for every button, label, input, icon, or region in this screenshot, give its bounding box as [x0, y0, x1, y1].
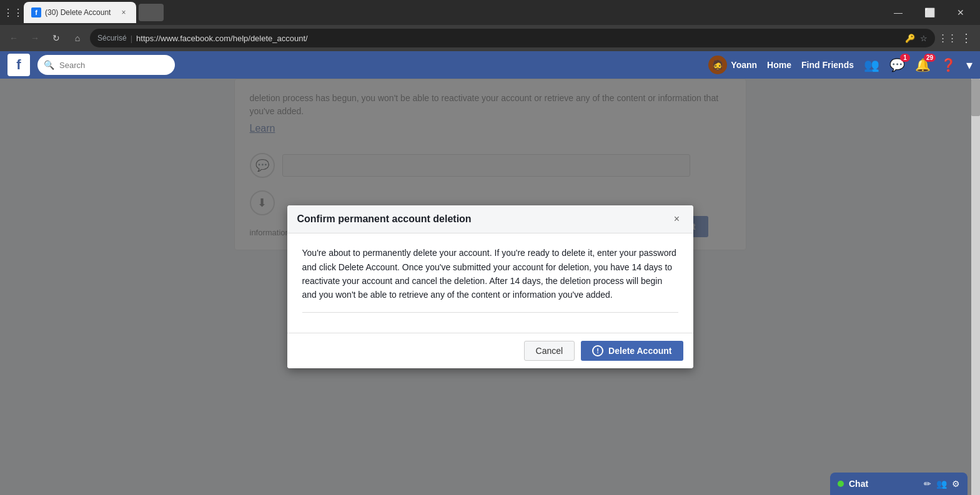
modal-password-area — [302, 312, 678, 320]
account-menu-icon[interactable]: ▾ — [966, 57, 973, 72]
tab-strip: ⋮⋮ f (30) Delete Account × — [5, 2, 879, 23]
url-text: https://www.facebook.com/help/delete_acc… — [136, 34, 308, 43]
modal-delete-button[interactable]: ! Delete Account — [581, 341, 683, 361]
scrollbar-track[interactable] — [971, 79, 980, 495]
question-icon: ❓ — [941, 58, 956, 72]
back-button[interactable]: ← — [5, 29, 22, 47]
username-label: Yoann — [731, 60, 757, 70]
url-separator: | — [131, 34, 132, 43]
notifications-icon[interactable]: 🔔 29 — [915, 57, 931, 72]
secure-label: Sécurisé — [97, 34, 127, 42]
modal-header: Confirm permanent account deletion × — [287, 205, 693, 233]
modal-footer: Cancel ! Delete Account — [287, 333, 693, 368]
modal-close-button[interactable]: × — [671, 213, 683, 225]
tab-grid-icon[interactable]: ⋮⋮ — [5, 4, 21, 21]
avatar: 🧔 — [708, 56, 727, 74]
modal-delete-label: Delete Account — [608, 346, 671, 356]
home-link[interactable]: Home — [767, 60, 791, 70]
chevron-down-icon: ▾ — [966, 58, 973, 72]
window-controls: — ⬜ ✕ — [884, 2, 975, 22]
url-right-icons: 🔑 ☆ — [905, 34, 928, 43]
title-bar: ⋮⋮ f (30) Delete Account × — ⬜ ✕ — [0, 0, 980, 25]
scrollbar-thumb[interactable] — [971, 79, 980, 116]
search-input[interactable] — [59, 61, 169, 70]
warning-icon: ! — [592, 345, 603, 356]
modal-body: You're about to permanently delete your … — [287, 233, 693, 333]
star-icon[interactable]: ☆ — [920, 34, 928, 43]
facebook-nav-right: 🧔 Yoann Home Find Friends 👥 💬 1 🔔 29 ❓ ▾ — [708, 56, 973, 74]
page-content: deletion process has begun, you won't be… — [0, 79, 980, 495]
find-friends-link[interactable]: Find Friends — [801, 60, 854, 70]
facebook-navbar: f 🔍 🧔 Yoann Home Find Friends 👥 💬 1 🔔 29 — [0, 51, 980, 79]
chat-bar[interactable]: Chat ✏ 👥 ⚙ — [830, 473, 968, 495]
tab-title: (30) Delete Account — [45, 8, 111, 17]
messenger-badge: 1 — [900, 54, 910, 62]
tab-favicon: f — [31, 7, 41, 17]
modal-title: Confirm permanent account deletion — [297, 213, 472, 225]
chat-online-dot — [838, 481, 844, 487]
url-bar[interactable]: Sécurisé | https://www.facebook.com/help… — [90, 29, 935, 47]
active-tab[interactable]: f (30) Delete Account × — [24, 2, 136, 23]
address-right-area: ⋮⋮ ⋮ — [939, 29, 975, 47]
messenger-icon[interactable]: 💬 1 — [889, 57, 905, 72]
modal-body-text: You're about to permanently delete your … — [302, 246, 678, 302]
help-icon[interactable]: ❓ — [941, 57, 956, 72]
chat-icon-row: ✏ 👥 ⚙ — [924, 479, 960, 489]
modal-cancel-button[interactable]: Cancel — [524, 341, 575, 361]
extensions-button[interactable]: ⋮⋮ — [939, 29, 956, 47]
minimize-button[interactable]: — — [884, 2, 913, 22]
forward-button[interactable]: → — [26, 29, 44, 47]
modal-overlay: Confirm permanent account deletion × You… — [0, 79, 980, 495]
notifications-badge: 29 — [924, 54, 936, 62]
tab-close-button[interactable]: × — [119, 7, 129, 17]
people-icon: 👥 — [864, 58, 879, 72]
chat-people-icon[interactable]: 👥 — [936, 479, 947, 489]
search-icon: 🔍 — [44, 60, 54, 70]
chrome-menu-button[interactable]: ⋮ — [958, 29, 975, 47]
chat-label: Chat — [849, 479, 919, 489]
refresh-button[interactable]: ↻ — [47, 29, 65, 47]
close-button[interactable]: ✕ — [946, 2, 975, 22]
address-bar: ← → ↻ ⌂ Sécurisé | https://www.facebook.… — [0, 25, 980, 51]
facebook-search-bar[interactable]: 🔍 — [37, 55, 175, 75]
key-icon[interactable]: 🔑 — [905, 34, 915, 43]
chat-settings-icon[interactable]: ⚙ — [952, 479, 960, 489]
facebook-logo: f — [7, 54, 30, 76]
browser-window: ⋮⋮ f (30) Delete Account × — ⬜ ✕ ← → ↻ ⌂… — [0, 0, 980, 495]
facebook-user-menu[interactable]: 🧔 Yoann — [708, 56, 757, 74]
new-tab-area — [139, 4, 164, 21]
confirmation-modal: Confirm permanent account deletion × You… — [287, 205, 693, 368]
friends-icon[interactable]: 👥 — [864, 57, 879, 72]
chat-edit-icon[interactable]: ✏ — [924, 479, 931, 489]
restore-button[interactable]: ⬜ — [915, 2, 944, 22]
home-button[interactable]: ⌂ — [69, 29, 86, 47]
